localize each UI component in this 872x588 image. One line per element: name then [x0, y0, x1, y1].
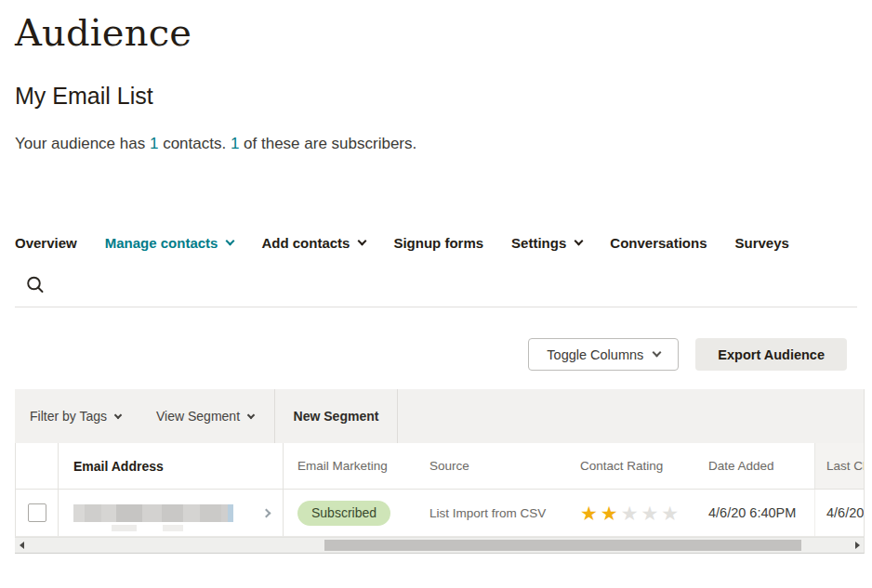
nav-label: Conversations [610, 235, 707, 251]
view-segment-label: View Segment [156, 409, 240, 424]
source-cell: List Import from CSV [415, 490, 568, 536]
table-toolbar: Toggle Columns Export Audience [15, 338, 847, 371]
audience-nav: Overview Manage contacts Add contacts Si… [15, 235, 872, 251]
nav-item-surveys[interactable]: Surveys [735, 235, 789, 251]
source-value: List Import from CSV [429, 506, 546, 520]
contacts-count: 1 [150, 135, 158, 152]
nav-item-manage-contacts[interactable]: Manage contacts [105, 235, 234, 251]
star-icon: ★ [641, 503, 661, 524]
email-address-cell[interactable] [59, 490, 284, 536]
last-changed-cell: 4/6/20 [814, 490, 865, 536]
redacted-email [73, 504, 233, 522]
nav-item-conversations[interactable]: Conversations [610, 235, 707, 251]
audience-summary: Your audience has 1 contacts. 1 of these… [15, 135, 872, 153]
table-header-row: Email Address Email Marketing Source Con… [15, 443, 864, 490]
section-divider [15, 307, 857, 307]
nav-label: Add contacts [261, 235, 350, 251]
nav-label: Settings [511, 235, 566, 251]
summary-suffix: of these are subscribers. [239, 135, 416, 152]
triangle-left-icon [20, 542, 24, 549]
nav-item-signup-forms[interactable]: Signup forms [393, 235, 483, 251]
nav-item-add-contacts[interactable]: Add contacts [261, 235, 365, 251]
triangle-right-icon [855, 542, 860, 549]
scroll-left-arrow[interactable] [15, 538, 28, 553]
header-email-marketing: Email Marketing [284, 443, 415, 489]
nav-label: Surveys [735, 235, 789, 251]
nav-item-settings[interactable]: Settings [511, 235, 582, 251]
horizontal-scrollbar[interactable] [15, 537, 864, 553]
chevron-down-icon [114, 411, 122, 418]
row-checkbox-cell [16, 490, 59, 536]
list-name: My Email List [15, 83, 872, 110]
scroll-right-arrow[interactable] [851, 538, 864, 553]
row-checkbox[interactable] [28, 503, 46, 522]
filter-by-tags-dropdown[interactable]: Filter by Tags [30, 409, 121, 424]
chevron-right-icon[interactable] [262, 508, 271, 517]
chevron-down-icon [226, 237, 235, 246]
contact-row: Subscribed List Import from CSV ★★★★★ 4/… [15, 490, 864, 537]
export-audience-label: Export Audience [718, 347, 825, 362]
export-audience-button[interactable]: Export Audience [695, 338, 847, 371]
nav-label: Overview [15, 235, 77, 251]
page-title: Audience [15, 11, 872, 54]
chevron-down-icon [575, 237, 584, 246]
toggle-columns-button[interactable]: Toggle Columns [528, 338, 679, 371]
chevron-down-icon [358, 237, 367, 246]
status-badge: Subscribed [297, 501, 390, 526]
search-icon[interactable] [25, 275, 46, 295]
scrollbar-track[interactable] [28, 538, 851, 553]
summary-middle: contacts. [158, 135, 230, 152]
nav-item-overview[interactable]: Overview [15, 235, 77, 251]
audience-page: Audience My Email List Your audience has… [0, 11, 872, 554]
chevron-down-icon [653, 348, 662, 358]
star-icon: ★ [601, 503, 621, 524]
toggle-columns-label: Toggle Columns [547, 347, 643, 362]
header-select-all [16, 443, 59, 489]
new-segment-button[interactable]: New Segment [274, 389, 398, 443]
header-contact-rating: Contact Rating [568, 443, 694, 489]
star-icon: ★ [621, 503, 641, 524]
scrollbar-thumb[interactable] [324, 540, 801, 551]
contact-rating-stars: ★★★★★ [580, 503, 681, 523]
header-email-address: Email Address [59, 443, 284, 489]
chevron-down-icon [247, 411, 255, 418]
search-row [15, 275, 872, 295]
nav-label: Signup forms [393, 235, 483, 251]
header-last-changed: Last Changed [814, 443, 865, 489]
new-segment-label: New Segment [294, 409, 379, 424]
contacts-table: Filter by Tags View Segment New Segment … [15, 389, 865, 554]
nav-label: Manage contacts [105, 235, 218, 251]
star-icon: ★ [661, 503, 681, 524]
date-added-value: 4/6/20 6:40PM [708, 505, 796, 520]
filter-by-tags-label: Filter by Tags [30, 409, 107, 424]
filter-bar: Filter by Tags View Segment New Segment [15, 389, 864, 443]
star-icon: ★ [580, 503, 601, 524]
contact-rating-cell: ★★★★★ [568, 490, 694, 536]
subscribers-count: 1 [231, 135, 239, 152]
header-date-added: Date Added [694, 443, 814, 489]
header-source: Source [415, 443, 568, 489]
summary-prefix: Your audience has [15, 135, 150, 152]
last-changed-value: 4/6/20 [826, 505, 864, 520]
filter-bar-left: Filter by Tags View Segment [15, 389, 274, 443]
date-added-cell: 4/6/20 6:40PM [694, 490, 814, 536]
view-segment-dropdown[interactable]: View Segment [156, 409, 254, 424]
email-marketing-cell: Subscribed [284, 490, 415, 536]
